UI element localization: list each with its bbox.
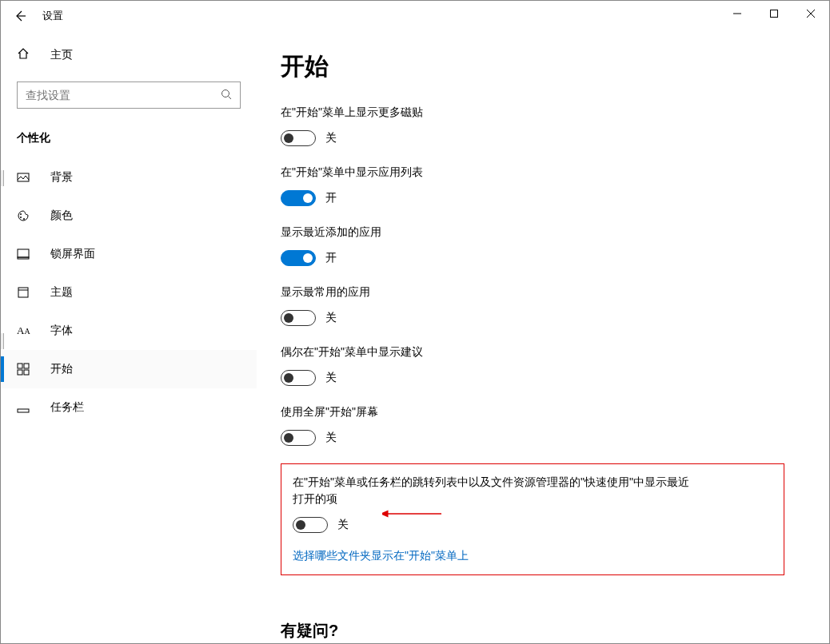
setting-recently-added: 显示最近添加的应用 开 [281, 224, 797, 266]
setting-most-used: 显示最常用的应用 关 [281, 284, 797, 326]
toggle-state: 开 [325, 251, 337, 265]
toggle-recent-items[interactable] [293, 517, 328, 533]
back-button[interactable] [6, 2, 34, 30]
svg-rect-18 [24, 370, 29, 375]
home-nav[interactable]: 主页 [1, 39, 257, 70]
svg-line-6 [229, 96, 232, 99]
setting-app-list: 在"开始"菜单中显示应用列表 开 [281, 164, 797, 206]
toggle-state: 关 [325, 431, 337, 445]
setting-label: 在"开始"菜单上显示更多磁贴 [281, 104, 680, 121]
sidebar-item-label: 任务栏 [50, 400, 84, 415]
home-icon [17, 47, 36, 62]
search-icon [221, 89, 232, 102]
sidebar-item-colors[interactable]: 颜色 [1, 197, 257, 235]
sidebar-item-start[interactable]: 开始 [1, 350, 257, 388]
question-heading: 有疑问? [281, 620, 797, 642]
main-content: 开始 在"开始"菜单上显示更多磁贴 关 在"开始"菜单中显示应用列表 开 显示最… [257, 31, 829, 643]
toggle-fullscreen[interactable] [281, 430, 316, 446]
svg-rect-16 [24, 364, 29, 368]
titlebar: 设置 [1, 1, 829, 31]
svg-rect-19 [18, 409, 29, 412]
setting-label: 使用全屏"开始"屏幕 [281, 403, 680, 420]
sidebar-item-label: 背景 [50, 170, 73, 185]
start-icon [17, 363, 36, 376]
setting-label: 显示最近添加的应用 [281, 224, 680, 241]
highlighted-section: 在"开始"菜单或任务栏的跳转列表中以及文件资源管理器的"快速使用"中显示最近打开… [281, 463, 784, 575]
toggle-state: 关 [325, 131, 337, 145]
svg-rect-15 [18, 364, 22, 368]
sidebar-item-label: 字体 [50, 324, 73, 338]
minimize-button[interactable] [719, 1, 756, 26]
search-box[interactable] [17, 81, 241, 109]
sidebar-item-fonts[interactable]: AA 字体 [1, 312, 257, 350]
sidebar-item-label: 锁屏界面 [50, 247, 95, 261]
sidebar-item-label: 开始 [50, 362, 73, 376]
setting-recent-items: 在"开始"菜单或任务栏的跳转列表中以及文件资源管理器的"快速使用"中显示最近打开… [293, 474, 772, 533]
svg-point-10 [23, 218, 25, 220]
setting-suggestions: 偶尔在"开始"菜单中显示建议 关 [281, 344, 797, 386]
folders-link[interactable]: 选择哪些文件夹显示在"开始"菜单上 [293, 549, 469, 563]
search-input[interactable] [26, 89, 221, 101]
theme-icon [17, 286, 36, 299]
section-header: 个性化 [1, 125, 257, 158]
sidebar-item-label: 主题 [50, 285, 73, 300]
toggle-state: 关 [325, 311, 337, 325]
sidebar: 主页 个性化 背景 颜色 锁屏界面 主题 AA 字体 [1, 31, 257, 643]
taskbar-icon [17, 401, 36, 414]
toggle-most-used[interactable] [281, 310, 316, 326]
palette-icon [17, 209, 36, 222]
sidebar-item-background[interactable]: 背景 [1, 158, 257, 197]
toggle-state: 关 [325, 371, 337, 385]
toggle-app-list[interactable] [281, 190, 316, 206]
lock-icon [17, 248, 36, 260]
svg-rect-17 [18, 370, 22, 375]
toggle-more-tiles[interactable] [281, 130, 316, 146]
sidebar-item-label: 颜色 [50, 209, 73, 223]
home-label: 主页 [50, 48, 73, 62]
svg-rect-11 [18, 249, 29, 257]
setting-label: 在"开始"菜单或任务栏的跳转列表中以及文件资源管理器的"快速使用"中显示最近打开… [293, 474, 692, 507]
maximize-button[interactable] [756, 1, 792, 26]
svg-point-8 [20, 213, 22, 215]
toggle-suggestions[interactable] [281, 370, 316, 386]
image-icon [17, 171, 36, 184]
setting-label: 显示最常用的应用 [281, 284, 680, 300]
svg-rect-13 [18, 288, 28, 297]
page-title: 开始 [281, 50, 797, 83]
setting-label: 偶尔在"开始"菜单中显示建议 [281, 344, 680, 360]
setting-label: 在"开始"菜单中显示应用列表 [281, 164, 680, 181]
toggle-state: 关 [337, 518, 349, 532]
sidebar-item-lockscreen[interactable]: 锁屏界面 [1, 235, 257, 273]
window-title: 设置 [42, 9, 63, 23]
setting-fullscreen: 使用全屏"开始"屏幕 关 [281, 403, 797, 446]
setting-more-tiles: 在"开始"菜单上显示更多磁贴 关 [281, 104, 797, 146]
font-icon: AA [17, 324, 36, 337]
svg-point-9 [20, 217, 22, 218]
sidebar-item-taskbar[interactable]: 任务栏 [1, 388, 257, 427]
sidebar-item-themes[interactable]: 主题 [1, 273, 257, 312]
close-button[interactable] [792, 1, 829, 26]
toggle-state: 开 [325, 191, 337, 205]
toggle-recently-added[interactable] [281, 250, 316, 266]
svg-rect-12 [18, 257, 29, 259]
svg-point-5 [222, 89, 229, 97]
svg-rect-2 [771, 10, 778, 18]
